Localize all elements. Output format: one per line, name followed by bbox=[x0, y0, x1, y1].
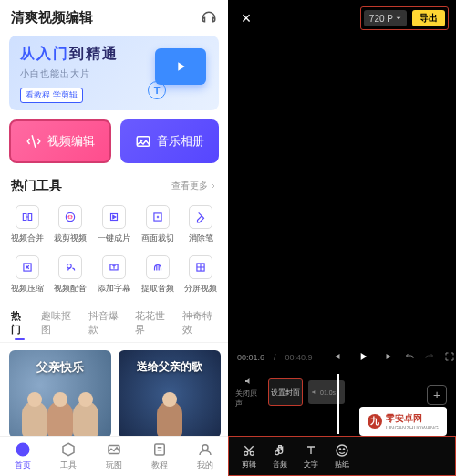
tool-clip[interactable]: 剪辑 bbox=[242, 443, 256, 470]
text-badge-icon: T bbox=[148, 81, 166, 99]
card-title: 送给父亲的歌 bbox=[119, 359, 221, 375]
tools-title: 热门工具 bbox=[11, 178, 62, 194]
main-actions: 视频编辑 音乐相册 bbox=[0, 119, 228, 174]
tool-crop-frame[interactable]: 画面裁切 bbox=[136, 202, 180, 248]
tool-dub[interactable]: 视频配音 bbox=[49, 252, 93, 298]
nav-tools[interactable]: 工具 bbox=[60, 441, 77, 471]
headphones-icon[interactable] bbox=[201, 10, 217, 26]
dub-icon bbox=[58, 255, 82, 279]
tool-extract-audio[interactable]: 提取音频 bbox=[136, 252, 180, 298]
crop-video-icon bbox=[58, 205, 82, 229]
split-screen-icon bbox=[189, 255, 212, 279]
tool-sticker[interactable]: 贴纸 bbox=[335, 443, 349, 470]
template-tabs: 热门 趣味抠图 抖音爆款 花花世界 神奇特效 bbox=[0, 304, 228, 343]
app-home-screen: 清爽视频编辑 从入门到精通 小白也能出大片 看教程 学剪辑 T 视频编辑 音乐相… bbox=[0, 0, 228, 476]
tool-split-screen[interactable]: 分屏视频 bbox=[179, 252, 223, 298]
banner-chip[interactable]: 看教程 学剪辑 bbox=[20, 88, 83, 103]
music-album-label: 音乐相册 bbox=[157, 133, 204, 150]
subtitle-icon bbox=[102, 255, 126, 279]
template-cards: 父亲快乐 送给父亲的歌 bbox=[0, 343, 228, 437]
tool-crop-video[interactable]: 裁剪视频 bbox=[49, 202, 93, 248]
music-album-button[interactable]: 音乐相册 bbox=[120, 119, 219, 163]
prev-frame-button[interactable] bbox=[331, 351, 342, 364]
tab-cutout[interactable]: 趣味抠图 bbox=[41, 309, 76, 336]
tool-audio[interactable]: 音频 bbox=[273, 443, 287, 470]
mute-original-button[interactable]: 关闭原声 bbox=[235, 376, 263, 409]
tool-compress[interactable]: 视频压缩 bbox=[5, 252, 49, 298]
playback-controls: 00:01.6/00:40.9 bbox=[228, 343, 456, 372]
tool-text[interactable]: 文字 bbox=[304, 443, 318, 470]
svg-point-15 bbox=[337, 445, 347, 456]
redo-button[interactable] bbox=[424, 351, 435, 364]
resolution-selector[interactable]: 720 P bbox=[364, 10, 407, 26]
video-edit-button[interactable]: 视频编辑 bbox=[9, 119, 111, 163]
nav-photo[interactable]: 玩图 bbox=[106, 441, 122, 471]
tool-subtitle[interactable]: 添加字幕 bbox=[92, 252, 136, 298]
tutorial-banner[interactable]: 从入门到精通 小白也能出大片 看教程 学剪辑 T bbox=[9, 36, 219, 110]
editor-bottom-tools: 剪辑 音频 文字 贴纸 bbox=[228, 436, 456, 476]
video-editor-screen: × 720 P 导出 00:01.6/00:40.9 关闭原声 设置封面 bbox=[228, 0, 456, 476]
header: 清爽视频编辑 bbox=[0, 0, 228, 36]
template-card[interactable]: 送给父亲的歌 bbox=[119, 350, 221, 437]
play-icon bbox=[155, 48, 206, 85]
export-button[interactable]: 导出 bbox=[412, 10, 445, 26]
nav-home[interactable]: 首页 bbox=[15, 441, 31, 471]
auto-edit-icon bbox=[102, 205, 126, 229]
nav-profile[interactable]: 我的 bbox=[197, 441, 213, 471]
template-card[interactable]: 父亲快乐 bbox=[9, 350, 111, 437]
app-title: 清爽视频编辑 bbox=[11, 9, 93, 26]
extract-audio-icon bbox=[146, 255, 170, 279]
close-button[interactable]: × bbox=[235, 9, 257, 28]
tool-merge[interactable]: 视频合并 bbox=[5, 202, 49, 248]
tab-douyin[interactable]: 抖音爆款 bbox=[88, 309, 123, 336]
editor-topbar: × 720 P 导出 bbox=[228, 0, 456, 36]
time-total: 00:40.9 bbox=[285, 353, 313, 362]
next-frame-button[interactable] bbox=[384, 351, 395, 364]
tools-section-header: 热门工具 查看更多 bbox=[0, 174, 228, 202]
svg-point-16 bbox=[339, 449, 340, 450]
watermark-icon: 九 bbox=[368, 414, 382, 429]
tab-effects[interactable]: 神奇特效 bbox=[182, 309, 217, 336]
tools-grid: 视频合并 裁剪视频 一键成片 画面裁切 消除笔 视频压缩 视频配音 添加字幕 提… bbox=[0, 202, 228, 304]
play-button[interactable] bbox=[357, 350, 369, 365]
tab-hot[interactable]: 热门 bbox=[11, 309, 28, 336]
svg-point-2 bbox=[67, 212, 75, 221]
see-more-link[interactable]: 查看更多 bbox=[171, 180, 217, 192]
set-cover-button[interactable]: 设置封面 bbox=[268, 378, 303, 406]
export-group: 720 P 导出 bbox=[360, 6, 449, 30]
card-title: 父亲快乐 bbox=[9, 359, 111, 376]
tool-auto-edit[interactable]: 一键成片 bbox=[92, 202, 136, 248]
fullscreen-button[interactable] bbox=[444, 351, 455, 364]
add-clip-button[interactable]: + bbox=[427, 385, 447, 405]
svg-point-17 bbox=[343, 449, 344, 450]
undo-button[interactable] bbox=[404, 351, 415, 364]
tool-eraser[interactable]: 消除笔 bbox=[179, 202, 223, 248]
tab-flower[interactable]: 花花世界 bbox=[135, 309, 170, 336]
eraser-icon bbox=[189, 205, 212, 229]
timeline-clip[interactable]: 01.0s bbox=[308, 380, 345, 404]
time-current: 00:01.6 bbox=[237, 353, 264, 362]
playhead[interactable] bbox=[337, 374, 339, 434]
preview-area[interactable] bbox=[228, 36, 456, 343]
merge-icon bbox=[16, 205, 39, 229]
crop-frame-icon bbox=[146, 205, 170, 229]
bottom-nav: 首页 工具 玩图 教程 我的 bbox=[0, 436, 228, 476]
svg-point-12 bbox=[202, 445, 208, 450]
video-edit-label: 视频编辑 bbox=[47, 133, 95, 150]
compress-icon bbox=[16, 255, 39, 279]
nav-tutorial[interactable]: 教程 bbox=[151, 441, 168, 471]
svg-point-6 bbox=[67, 264, 72, 268]
watermark: 九 零安卓网 LINGANZHUOWANG bbox=[359, 407, 447, 436]
